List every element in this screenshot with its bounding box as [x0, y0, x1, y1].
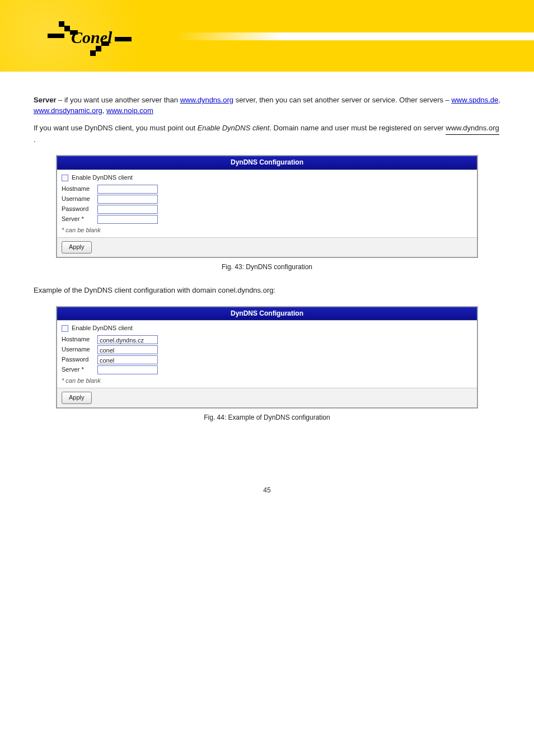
conel-logo: Conel	[48, 16, 143, 56]
text-fragment: – if you want use another server than	[56, 96, 180, 104]
password-row: Password	[62, 205, 472, 214]
hostname-input[interactable]: conel.dyndns.cz	[97, 335, 158, 344]
dyndns-config-panel-1: DynDNS Configuration Enable DynDNS clien…	[56, 155, 478, 257]
blank-note: * can be blank	[62, 226, 472, 235]
italic-enable-client: Enable DynDNS client	[198, 124, 270, 132]
page-number: 45	[0, 458, 534, 505]
panel-footer: Apply	[57, 388, 477, 407]
hostname-label: Hostname	[62, 335, 94, 344]
password-label: Password	[62, 355, 94, 364]
text-fragment: ,	[498, 96, 500, 104]
enable-instruction-paragraph: If you want use DynDNS client, you must …	[34, 123, 500, 145]
enable-checkbox[interactable]	[62, 325, 68, 332]
enable-checkbox[interactable]	[62, 175, 68, 181]
page-content: Server – if you want use another server …	[0, 72, 534, 458]
panel-body: Enable DynDNS client Hostname Username P…	[57, 170, 477, 237]
figure-caption-44: Fig. 44: Example of DynDNS configuration	[56, 413, 478, 422]
text-fragment: If you want use DynDNS client, you must …	[34, 124, 198, 132]
hostname-label: Hostname	[62, 185, 94, 194]
server-row: Server *	[62, 365, 472, 374]
enable-label: Enable DynDNS client	[72, 324, 133, 333]
server-description-paragraph: Server – if you want use another server …	[34, 95, 500, 116]
panel-body: Enable DynDNS client Hostname conel.dynd…	[57, 320, 477, 388]
hostname-row: Hostname	[62, 185, 472, 194]
logo-text: Conel	[71, 28, 112, 47]
username-row: Username	[62, 195, 472, 204]
blank-note: * can be blank	[62, 377, 472, 386]
server-row: Server *	[62, 215, 472, 224]
password-row: Password conel	[62, 355, 472, 364]
link-dnsdynamic[interactable]: www.dnsdynamic.org	[34, 106, 102, 115]
text-fragment: .	[34, 135, 36, 144]
link-noip[interactable]: www.noip.com	[106, 106, 153, 115]
username-input[interactable]	[97, 195, 158, 204]
panel-footer: Apply	[57, 237, 477, 257]
username-label: Username	[62, 195, 94, 204]
dyndns-config-panel-2: DynDNS Configuration Enable DynDNS clien…	[56, 306, 478, 408]
hostname-row: Hostname conel.dyndns.cz	[62, 335, 472, 344]
link-spdns[interactable]: www.spdns.de	[451, 96, 498, 104]
password-input[interactable]: conel	[97, 355, 158, 364]
apply-button[interactable]: Apply	[62, 392, 92, 404]
server-label-bold: Server	[34, 96, 56, 104]
banner-swoosh-decor	[176, 32, 534, 40]
screenshot-1-wrap: DynDNS Configuration Enable DynDNS clien…	[56, 155, 478, 272]
server-label: Server *	[62, 215, 94, 224]
enable-row: Enable DynDNS client	[62, 324, 472, 333]
screenshot-2-wrap: DynDNS Configuration Enable DynDNS clien…	[56, 306, 478, 423]
figure-caption-43: Fig. 43: DynDNS configuration	[56, 262, 478, 272]
username-input[interactable]: conel	[97, 345, 158, 354]
hostname-input[interactable]	[97, 185, 158, 194]
top-banner: Conel	[0, 0, 534, 72]
ref-dyndns-underline: www.dyndns.org	[446, 123, 499, 135]
enable-label: Enable DynDNS client	[72, 173, 133, 182]
example-lead: Example of the DynDNS client configurati…	[34, 285, 500, 296]
text-fragment: . Domain name and user must be registere…	[269, 124, 446, 132]
server-label: Server *	[62, 365, 94, 374]
enable-row: Enable DynDNS client	[62, 173, 472, 182]
text-fragment: server, then you can set another server …	[233, 96, 451, 104]
username-label: Username	[62, 345, 94, 354]
text-fragment: ,	[102, 106, 106, 115]
password-input[interactable]	[97, 205, 158, 214]
panel-title: DynDNS Configuration	[57, 156, 477, 169]
password-label: Password	[62, 205, 94, 214]
apply-button[interactable]: Apply	[62, 241, 92, 253]
panel-title: DynDNS Configuration	[57, 307, 477, 320]
link-dyndns[interactable]: www.dyndns.org	[180, 96, 233, 104]
server-input[interactable]	[97, 215, 158, 224]
username-row: Username conel	[62, 345, 472, 354]
server-input[interactable]	[97, 365, 158, 374]
